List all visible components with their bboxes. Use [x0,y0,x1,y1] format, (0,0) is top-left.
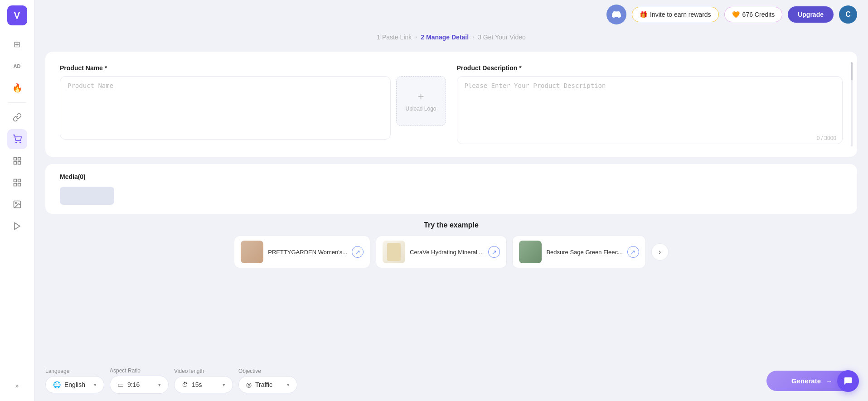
sidebar-item-grid[interactable]: ⊞ [7,34,27,54]
language-select[interactable]: 🌐 English ▾ [45,376,104,393]
upload-logo-box[interactable]: + Upload Logo [396,76,446,126]
sidebar-divider [8,102,26,103]
video-length-chevron-icon: ▾ [223,382,225,388]
svg-point-11 [15,203,16,204]
scrollbar-track[interactable] [851,62,853,146]
generate-arrow-icon: → [825,377,832,385]
example-card-prettygarden[interactable]: PRETTYGARDEN Women's... ↗ [234,236,370,268]
language-dropdown-item: Language 🌐 English ▾ [45,368,104,393]
example-thumb-cerave [383,241,405,263]
credits-emoji: 🧡 [732,11,740,18]
product-description-label: Product Description * [457,64,843,72]
media-upload-bar[interactable] [60,187,114,205]
sidebar: V ⊞ AD 🔥 [0,0,34,401]
step-1-label: 1 Paste Link [377,34,412,41]
step-chevron-2: › [472,34,474,40]
steps-bar: 1 Paste Link › 2 Manage Detail › 3 Get Y… [34,29,868,47]
product-name-input[interactable] [60,76,391,140]
svg-rect-8 [18,184,20,186]
example-arrow-prettygarden[interactable]: ↗ [352,246,364,258]
svg-rect-6 [14,179,16,182]
sidebar-item-bag[interactable] [7,129,27,149]
aspect-ratio-select[interactable]: ▭ 9:16 ▾ [110,376,169,394]
example-card-text-prettygarden: PRETTYGARDEN Women's... [268,249,347,256]
sidebar-item-grid2[interactable] [7,173,27,193]
example-thumb-prettygarden [241,241,263,263]
discord-button[interactable] [606,5,626,24]
objective-value: Traffic [255,381,272,388]
example-card-cerave[interactable]: CeraVe Hydrating Mineral ... ↗ [376,236,507,268]
credits-label: 676 Credits [742,11,775,18]
svg-rect-7 [18,179,20,182]
media-section: Media(0) [45,164,857,214]
description-area: 0 / 3000 [457,76,843,146]
svg-rect-9 [14,184,16,186]
product-description-field: Product Description * 0 / 3000 [457,64,843,146]
try-example-section: Try the example PRETTYGARDEN Women's... … [45,221,857,268]
svg-point-1 [19,142,20,143]
svg-point-0 [15,142,16,143]
language-globe-icon: 🌐 [53,381,61,388]
product-name-field: Product Name * + Upload Logo [60,64,446,146]
svg-rect-5 [14,162,16,164]
upgrade-button[interactable]: Upgrade [788,6,834,23]
product-name-area: + Upload Logo [60,76,446,140]
invite-label: Invite to earn rewards [650,11,711,18]
objective-select[interactable]: ◎ Traffic ▾ [238,376,297,393]
language-value: English [64,381,85,388]
generate-label: Generate [791,377,821,385]
content-area: Product Name * + Upload Logo Product Des… [34,47,868,361]
user-avatar[interactable]: C [839,5,857,24]
product-name-label: Product Name * [60,64,446,72]
app-logo[interactable]: V [7,5,27,25]
objective-icon: ◎ [246,381,252,388]
aspect-ratio-chevron-icon: ▾ [158,382,161,388]
char-count: 0 / 3000 [817,135,836,141]
svg-rect-4 [18,162,20,164]
chat-bubble-button[interactable] [837,370,859,392]
video-length-value: 15s [192,381,202,388]
sidebar-expand[interactable]: » [7,376,27,396]
example-card-text-bedsure: Bedsure Sage Green Fleec... [546,249,622,256]
try-example-title: Try the example [45,221,857,229]
video-length-select[interactable]: ⏱ 15s ▾ [174,376,233,393]
example-card-bedsure[interactable]: Bedsure Sage Green Fleec... ↗ [512,236,645,268]
main-content: 🎁 Invite to earn rewards 🧡 676 Credits U… [34,0,868,401]
upload-logo-label: Upload Logo [405,106,436,112]
carousel-next-button[interactable]: › [651,243,669,261]
form-panel: Product Name * + Upload Logo Product Des… [45,52,857,157]
example-cards: PRETTYGARDEN Women's... ↗ CeraVe Hydrati… [45,236,857,268]
sidebar-item-video[interactable] [7,216,27,236]
scrollbar-thumb [851,62,853,80]
example-card-text-cerave: CeraVe Hydrating Mineral ... [410,249,484,256]
header: 🎁 Invite to earn rewards 🧡 676 Credits U… [34,0,868,29]
example-thumb-bedsure [519,241,542,263]
form-grid: Product Name * + Upload Logo Product Des… [60,64,843,146]
objective-chevron-icon: ▾ [287,382,290,388]
language-label: Language [45,368,104,374]
aspect-ratio-icon: ▭ [117,381,124,389]
invite-button[interactable]: 🎁 Invite to earn rewards [632,7,719,22]
step-2[interactable]: 2 Manage Detail [421,34,469,41]
aspect-ratio-label: Aspect Ratio [110,367,169,374]
sidebar-item-flame[interactable]: 🔥 [7,78,27,98]
sidebar-item-image[interactable] [7,194,27,214]
language-chevron-icon: ▾ [94,382,97,388]
video-length-clock-icon: ⏱ [182,381,188,388]
aspect-ratio-dropdown-item: Aspect Ratio ▭ 9:16 ▾ [110,367,169,394]
invite-emoji: 🎁 [640,11,647,18]
bottom-bar: Language 🌐 English ▾ Aspect Ratio ▭ 9:16… [34,361,868,401]
example-arrow-bedsure[interactable]: ↗ [627,246,639,258]
step-1[interactable]: 1 Paste Link [377,34,412,41]
sidebar-item-link[interactable] [7,107,27,127]
example-arrow-cerave[interactable]: ↗ [488,246,500,258]
credits-button[interactable]: 🧡 676 Credits [724,7,783,22]
sidebar-item-ad[interactable]: AD [7,56,27,76]
sidebar-item-scan[interactable] [7,151,27,171]
video-length-dropdown-item: Video length ⏱ 15s ▾ [174,368,233,393]
product-description-input[interactable] [457,76,843,144]
svg-marker-12 [15,223,20,230]
objective-dropdown-item: Objective ◎ Traffic ▾ [238,368,297,393]
aspect-ratio-value: 9:16 [127,381,140,388]
step-3[interactable]: 3 Get Your Video [478,34,526,41]
